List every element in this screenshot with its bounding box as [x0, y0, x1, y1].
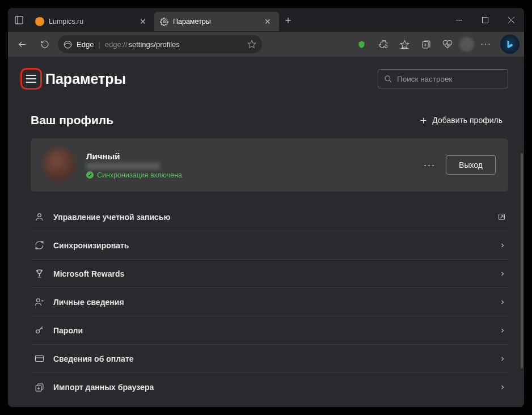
- profile-avatar-button[interactable]: [459, 37, 474, 52]
- profile-name: Личный: [86, 151, 182, 161]
- svg-point-31: [36, 330, 39, 333]
- chevron-right-icon: [499, 355, 506, 362]
- hamburger-icon: [26, 75, 36, 83]
- tab-lumpics[interactable]: Lumpics.ru ✕: [29, 12, 154, 31]
- svg-point-2: [163, 20, 166, 23]
- card-icon: [33, 354, 45, 363]
- sync-label: Синхронизация включена: [97, 171, 182, 179]
- chevron-right-icon: [499, 384, 506, 391]
- star-icon: [247, 40, 256, 49]
- profile-section: Ваш профиль Добавить профиль Личный ✓ Си…: [20, 102, 508, 401]
- extensions-button[interactable]: [373, 35, 392, 54]
- tab-label: Параметры: [173, 18, 211, 26]
- svg-rect-0: [15, 16, 22, 23]
- favorite-button[interactable]: [247, 40, 256, 49]
- item-import[interactable]: Импорт данных браузера: [31, 373, 508, 401]
- item-label: Сведения об оплате: [53, 354, 134, 363]
- bing-icon: [505, 39, 515, 49]
- section-title: Ваш профиль: [31, 113, 113, 127]
- maximize-button[interactable]: [472, 8, 498, 32]
- item-personal-info[interactable]: Личные сведения: [31, 288, 508, 316]
- section-header: Ваш профиль Добавить профиль: [31, 112, 508, 128]
- item-label: Управление учетной записью: [53, 213, 170, 222]
- page-content: Параметры Поиск настроек Ваш профиль Доб…: [8, 57, 524, 407]
- settings-menu-button[interactable]: [26, 75, 36, 83]
- favorites-icon: [400, 40, 409, 49]
- chevron-right-icon: [499, 242, 506, 249]
- collections-button[interactable]: [416, 35, 436, 54]
- settings-search-input[interactable]: Поиск настроек: [378, 69, 508, 88]
- plus-icon: [419, 116, 428, 125]
- menu-button[interactable]: ···: [476, 35, 496, 54]
- favorites-button[interactable]: [395, 35, 414, 54]
- user-icon: [33, 212, 45, 222]
- logout-button[interactable]: Выход: [446, 155, 496, 175]
- puzzle-icon: [378, 40, 388, 49]
- close-tab-button[interactable]: ✕: [262, 16, 273, 27]
- profile-actions: ··· Выход: [421, 155, 496, 175]
- svg-line-19: [389, 80, 391, 82]
- item-label: Пароли: [53, 326, 83, 335]
- search-icon: [384, 75, 392, 83]
- hamburger-highlight: [20, 68, 42, 90]
- tracking-button[interactable]: [352, 35, 371, 54]
- browser-window: Lumpics.ru ✕ Параметры ✕ ＋ Edge | e: [8, 8, 524, 407]
- svg-rect-4: [482, 17, 488, 23]
- refresh-icon: [40, 40, 49, 49]
- lumpics-favicon: [35, 17, 44, 26]
- collections-icon: [421, 40, 431, 49]
- profile-email-redacted: [86, 163, 160, 170]
- svg-point-22: [37, 214, 41, 217]
- sync-status: ✓ Синхронизация включена: [86, 171, 182, 179]
- profile-avatar: [43, 149, 76, 181]
- item-rewards[interactable]: Microsoft Rewards: [31, 260, 508, 288]
- svg-point-28: [36, 299, 40, 302]
- performance-button[interactable]: [438, 35, 457, 54]
- profile-info: Личный ✓ Синхронизация включена: [86, 151, 182, 179]
- add-profile-button[interactable]: Добавить профиль: [413, 112, 508, 128]
- window-controls: [446, 8, 524, 32]
- check-icon: ✓: [86, 171, 94, 179]
- address-bar[interactable]: Edge | edge://settings/profiles: [58, 35, 262, 53]
- bing-button[interactable]: [500, 35, 520, 54]
- item-sync[interactable]: Синхронизировать: [31, 231, 508, 260]
- item-payment[interactable]: Сведения об оплате: [31, 345, 508, 373]
- tab-settings[interactable]: Параметры ✕: [154, 12, 279, 31]
- url-scheme: edge://: [105, 40, 128, 49]
- back-button[interactable]: [12, 35, 32, 54]
- refresh-button[interactable]: [35, 35, 54, 54]
- edge-logo-icon: [64, 40, 72, 49]
- item-passwords[interactable]: Пароли: [31, 316, 508, 345]
- profile-card: Личный ✓ Синхронизация включена ··· Выхо…: [31, 138, 508, 192]
- tab-actions-button[interactable]: [8, 16, 29, 24]
- person-icon: [33, 297, 45, 307]
- import-icon: [33, 383, 45, 392]
- close-tab-button[interactable]: ✕: [137, 16, 149, 27]
- chevron-right-icon: [499, 327, 506, 334]
- tab-actions-icon: [15, 16, 23, 24]
- item-label: Личные сведения: [53, 298, 124, 307]
- svg-point-18: [385, 75, 390, 81]
- gear-icon: [160, 18, 168, 26]
- scrollbar-thumb[interactable]: [521, 153, 523, 369]
- item-account-management[interactable]: Управление учетной записью: [31, 203, 508, 231]
- svg-rect-32: [35, 356, 43, 362]
- svg-marker-9: [248, 40, 255, 48]
- arrow-left-icon: [18, 40, 27, 49]
- profile-more-button[interactable]: ···: [421, 157, 438, 173]
- page-title: Параметры: [45, 71, 126, 87]
- new-tab-button[interactable]: ＋: [279, 13, 297, 27]
- more-icon: ···: [480, 39, 491, 49]
- toolbar: Edge | edge://settings/profiles ···: [8, 32, 524, 57]
- sync-icon: [33, 240, 45, 250]
- item-label: Microsoft Rewards: [53, 269, 124, 278]
- shield-icon: [357, 40, 366, 49]
- external-icon: [497, 213, 506, 221]
- close-window-button[interactable]: [498, 8, 524, 32]
- svg-line-24: [500, 215, 503, 218]
- chevron-right-icon: [499, 299, 506, 306]
- chevron-right-icon: [499, 270, 506, 277]
- item-label: Синхронизировать: [53, 241, 129, 250]
- minimize-button[interactable]: [446, 8, 472, 32]
- url-path: settings/profiles: [129, 40, 180, 49]
